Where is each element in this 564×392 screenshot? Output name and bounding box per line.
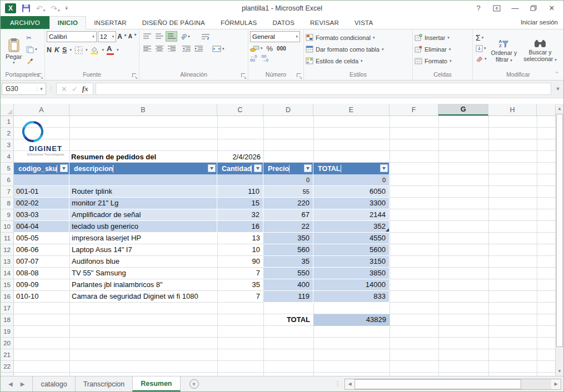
cell[interactable] <box>69 174 217 186</box>
tab-revisar[interactable]: REVISAR <box>302 16 347 29</box>
increase-indent-icon[interactable] <box>193 43 204 54</box>
scroll-right-icon[interactable]: ▶ <box>551 379 561 389</box>
cell[interactable]: 352 <box>313 221 390 233</box>
row-header[interactable]: 16 <box>1 291 13 303</box>
tab-insertar[interactable]: INSERTAR <box>86 16 134 29</box>
collapse-ribbon-icon[interactable]: ⌃ <box>555 71 559 77</box>
cell[interactable]: 14000 <box>313 279 390 291</box>
copy-icon[interactable]: ▾ <box>26 45 37 54</box>
filter-icon[interactable] <box>304 164 312 172</box>
row-header[interactable]: 12 <box>1 244 13 256</box>
expand-formula-bar-icon[interactable]: ▼ <box>553 86 562 92</box>
select-all-corner[interactable] <box>1 104 14 115</box>
row-header[interactable]: 14 <box>1 268 13 279</box>
tab-formulas[interactable]: FÓRMULAS <box>213 16 265 29</box>
cell[interactable]: 6050 <box>313 186 390 198</box>
cell[interactable]: 4550 <box>313 233 390 244</box>
cell[interactable]: 002-02 <box>14 198 69 209</box>
filter-icon[interactable] <box>254 164 262 172</box>
cell[interactable]: 001-01 <box>14 186 69 198</box>
fill-icon[interactable]: ▾ <box>476 44 487 53</box>
insert-function-icon[interactable]: fx <box>82 84 88 93</box>
row-header[interactable]: 17 <box>1 303 13 314</box>
cell[interactable]: 833 <box>313 291 390 303</box>
row-header[interactable]: 2 <box>1 128 13 139</box>
vertical-scrollbar[interactable]: ▲ ▼ <box>555 104 563 376</box>
cell[interactable]: Amplificador de señal <box>69 209 217 221</box>
cell[interactable]: 35 <box>217 279 263 291</box>
filter-icon[interactable] <box>380 164 388 172</box>
header-descripcion[interactable]: descripcion <box>69 163 217 174</box>
insert-cells-button[interactable]: Insertar▾ <box>415 32 471 43</box>
sign-in-link[interactable]: Iniciar sesión <box>521 19 558 26</box>
header-cantidad[interactable]: Cantidad <box>217 163 263 174</box>
column-header[interactable]: A <box>14 104 69 115</box>
scroll-up-icon[interactable]: ▲ <box>556 104 563 113</box>
cell[interactable]: 2144 <box>313 209 390 221</box>
filter-icon[interactable] <box>60 164 68 172</box>
cell[interactable]: 004-04 <box>14 221 69 233</box>
report-title[interactable]: Resumen de pedidos del <box>71 151 156 163</box>
underline-button[interactable]: S <box>62 46 67 54</box>
cell[interactable]: 3300 <box>313 198 390 209</box>
customize-qat-icon[interactable]: ▾̄ <box>66 6 68 11</box>
cell[interactable]: 009-09 <box>14 279 69 291</box>
clipboard-dialog-launcher[interactable] <box>37 73 43 78</box>
redo-button[interactable]: ↷▾ <box>51 4 59 13</box>
delete-cells-button[interactable]: Eliminar▾ <box>415 43 471 55</box>
report-date[interactable]: 2/4/2026 <box>217 151 261 163</box>
row-header[interactable]: 7 <box>1 186 13 198</box>
increase-font-icon[interactable]: A▲ <box>117 32 127 41</box>
cell[interactable]: 560 <box>263 244 313 256</box>
autosum-icon[interactable]: Σ▾ <box>476 33 487 42</box>
cell[interactable]: 67 <box>263 209 313 221</box>
font-family-select[interactable]: Calibri▾ <box>47 31 97 42</box>
horizontal-scrollbar[interactable]: ◀ ▶ <box>345 379 561 390</box>
cell[interactable]: 10 <box>217 244 263 256</box>
clear-icon[interactable]: ▾ <box>476 54 487 63</box>
sheet-tab-catalogo[interactable]: catalogo <box>32 376 74 391</box>
align-bottom-icon[interactable] <box>166 31 177 42</box>
cell[interactable]: 13 <box>217 233 263 244</box>
cell[interactable]: 3850 <box>313 268 390 279</box>
prev-sheet-icon[interactable]: ◀ <box>8 381 13 387</box>
row-header[interactable]: 19 <box>1 326 13 338</box>
tab-datos[interactable]: DATOS <box>264 16 302 29</box>
header-total[interactable]: TOTAL <box>313 163 390 174</box>
format-painter-icon[interactable] <box>26 57 37 66</box>
cell[interactable]: Parlantes jbl inalambricos 8" <box>69 279 217 291</box>
decrease-indent-icon[interactable] <box>181 43 192 54</box>
tab-archivo[interactable]: ARCHIVO <box>1 16 49 29</box>
decrease-font-icon[interactable]: A▼ <box>128 32 137 41</box>
column-header[interactable]: H <box>488 104 537 115</box>
cell[interactable]: 005-05 <box>14 233 69 244</box>
currency-icon[interactable]: ▾ <box>250 44 263 53</box>
cell-styles-button[interactable]: Estilos de celda▾ <box>306 55 411 67</box>
cell[interactable]: 400 <box>263 279 313 291</box>
cell[interactable]: 350 <box>263 233 313 244</box>
cell[interactable]: 550 <box>263 268 313 279</box>
column-header[interactable]: E <box>313 104 390 115</box>
tab-inicio[interactable]: INICIO <box>49 16 86 30</box>
cell[interactable]: 55 <box>263 186 313 198</box>
alignment-dialog-launcher[interactable] <box>241 73 246 78</box>
align-left-icon[interactable] <box>141 43 153 54</box>
row-header[interactable]: 4 <box>1 151 13 163</box>
sheet-tab-transcripcion[interactable]: Transcripcion <box>75 376 133 391</box>
align-center-icon[interactable] <box>153 43 165 54</box>
cell[interactable]: 16 <box>217 221 263 233</box>
format-cells-button[interactable]: Formato▾ <box>415 55 471 67</box>
cell[interactable] <box>217 174 263 186</box>
cell[interactable]: impresora laserjet HP <box>69 233 217 244</box>
find-select-button[interactable]: Buscar yseleccionar ▾ <box>520 31 560 70</box>
new-sheet-icon[interactable]: + <box>189 379 199 389</box>
number-format-select[interactable]: General▾ <box>250 31 300 42</box>
row-header[interactable]: 22 <box>1 361 13 373</box>
cell[interactable]: 5600 <box>313 244 390 256</box>
row-header[interactable]: 3 <box>1 139 13 151</box>
cell[interactable]: 32 <box>217 209 263 221</box>
column-header[interactable]: B <box>69 104 217 115</box>
cell[interactable]: 22 <box>263 221 313 233</box>
bold-button[interactable]: N <box>47 46 52 54</box>
cancel-icon[interactable]: ✕ <box>61 85 67 93</box>
